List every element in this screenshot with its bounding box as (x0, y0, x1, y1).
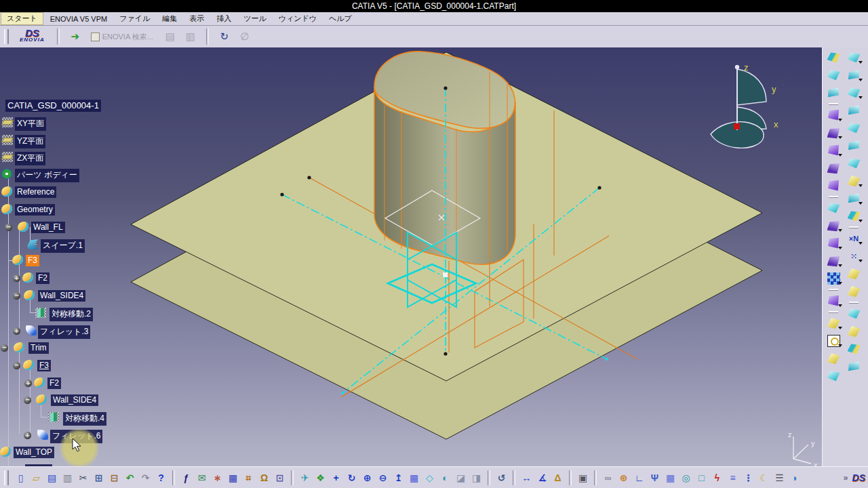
enovia-search-checkbox[interactable] (91, 33, 100, 41)
sphere-icon[interactable] (846, 85, 862, 100)
whats-this-icon[interactable]: ? (154, 470, 168, 485)
normal-view-icon[interactable]: ↥ (391, 470, 406, 485)
specification-tree[interactable]: CATIA_GSD_000004-1 XY平面YZ平面ZX平面パーツ ボディーR… (0, 47, 176, 466)
rotate-icon[interactable]: ↻ (344, 470, 359, 485)
menu-item-4[interactable]: 編集 (157, 13, 182, 24)
save-icon[interactable]: ▤ (45, 470, 59, 485)
menu-item-3[interactable]: ファイル (114, 13, 155, 24)
enovia-transfer-icon[interactable]: ➔ (66, 28, 84, 45)
tree-label[interactable]: スイープ.1 (41, 239, 85, 253)
healing-icon[interactable] (826, 125, 842, 140)
collapse-toggle[interactable]: − (13, 362, 20, 369)
tree-label[interactable]: Reference (15, 186, 56, 198)
multi-view-icon[interactable]: ▦ (407, 470, 421, 485)
layers-icon[interactable]: ≡ (726, 470, 740, 485)
cut-icon[interactable]: ✂ (76, 470, 90, 485)
center-point-marker[interactable] (443, 272, 448, 277)
redo-icon[interactable]: ↷ (138, 470, 153, 485)
design-table-icon[interactable]: ▦ (226, 470, 240, 485)
tree-label[interactable]: 対称移動.2 (50, 308, 93, 321)
toolbar-overflow-chevron[interactable]: » (840, 473, 852, 483)
fit-all-in-icon[interactable]: ❖ (313, 470, 328, 485)
compass-origin[interactable] (734, 123, 740, 129)
tree-label[interactable]: XY平面 (15, 117, 46, 131)
menu-item-1[interactable]: スタート (1, 12, 43, 25)
orientation-icon[interactable] (846, 359, 862, 374)
comment-icon[interactable]: ✉ (195, 470, 209, 485)
collapse-toggle[interactable]: − (1, 344, 8, 352)
tree-label[interactable]: パーツ ボディー (15, 169, 79, 182)
historical-graph-icon[interactable]: Ψ (648, 470, 662, 485)
expand-toggle[interactable]: + (24, 380, 32, 387)
dome-surface-icon[interactable] (826, 68, 842, 83)
sketch-hand-icon[interactable] (846, 266, 862, 281)
split-icon[interactable] (826, 143, 842, 158)
extract-icon[interactable] (826, 201, 842, 216)
capture-icon[interactable]: ▣ (576, 470, 590, 485)
collapse-toggle[interactable]: − (13, 292, 20, 300)
boundary-icon[interactable] (826, 178, 842, 193)
connect-curve-icon[interactable] (846, 174, 862, 188)
sketch-pen-icon[interactable] (846, 284, 862, 299)
menu-item-7[interactable]: ツール (238, 13, 272, 24)
plane-surface-icon[interactable] (826, 85, 842, 100)
axis-system-icon[interactable] (826, 50, 842, 65)
join-icon[interactable] (826, 108, 842, 123)
toolbar-drag-handle[interactable] (4, 470, 9, 485)
isometric-view-icon[interactable]: ◇ (422, 470, 437, 485)
tree-label[interactable]: Wall_SIDE4 (38, 290, 85, 302)
open-document-icon[interactable]: ▱ (29, 470, 43, 485)
copy-icon[interactable]: ⊞ (92, 470, 106, 485)
transform-cluster-icon[interactable] (826, 293, 842, 308)
expand-toggle[interactable]: + (24, 432, 31, 439)
knowledge-icon[interactable]: ∗ (210, 470, 224, 485)
point-pattern-icon[interactable]: ⁙ (846, 249, 862, 264)
collapse-toggle[interactable]: − (5, 224, 12, 231)
shading-mode-icon[interactable]: ◐ (438, 470, 452, 485)
tree-label[interactable]: Wall_FL (31, 222, 65, 233)
relations-icon[interactable]: ⌗ (241, 470, 256, 485)
new-document-icon[interactable]: ▯ (14, 470, 28, 485)
menu-item-9[interactable]: ヘルプ (323, 13, 357, 24)
tree-label[interactable]: F3 (37, 360, 51, 371)
tree-label[interactable]: F2 (47, 378, 61, 389)
synchronize-icon[interactable]: ↻ (216, 28, 233, 45)
develop-icon[interactable] (826, 369, 842, 384)
variable-offset-icon[interactable] (846, 121, 862, 136)
trim-icon[interactable] (826, 161, 842, 176)
tree-label[interactable]: YZ平面 (15, 135, 45, 148)
viewport-3d[interactable]: z y x z y x (0, 47, 823, 466)
frame-circle-icon[interactable] (826, 333, 842, 348)
shape-fillet-icon[interactable] (826, 218, 842, 233)
paste-icon[interactable]: ⊟ (107, 470, 121, 485)
lock-icon[interactable]: Ω (257, 470, 271, 485)
mid-surface-icon[interactable] (846, 138, 862, 153)
expand-toggle[interactable]: + (13, 274, 20, 282)
hide-show-icon[interactable]: ◪ (454, 470, 468, 485)
tree-label[interactable]: ZX平面 (15, 152, 45, 165)
list-icon[interactable]: ☰ (772, 470, 787, 485)
tree-label[interactable]: F3 (26, 255, 39, 266)
catalog-browser-icon[interactable]: ⊛ (616, 470, 631, 485)
undo-icon[interactable]: ↶ (123, 470, 137, 485)
fly-mode-icon[interactable]: ✈ (298, 470, 312, 485)
tree-label[interactable]: 対称移動.4 (63, 412, 106, 426)
sweep-icon[interactable] (846, 209, 862, 224)
tree-label[interactable]: フィレット.3 (38, 325, 90, 339)
revolve-icon[interactable] (846, 68, 862, 83)
measure-item-icon[interactable]: ∡ (535, 470, 549, 485)
bounding-box-icon[interactable]: □ (694, 470, 709, 485)
repeat-object-icon[interactable]: ×N (846, 231, 862, 246)
menu-item-8[interactable]: ウィンドウ (273, 13, 322, 24)
near-icon[interactable] (846, 342, 862, 357)
compass[interactable]: z y x (711, 62, 778, 148)
offset-icon[interactable] (846, 103, 862, 118)
menu-item-5[interactable]: 表示 (184, 13, 210, 24)
invert-orientation-icon[interactable] (846, 324, 862, 339)
swap-space-icon[interactable]: ☾ (757, 470, 771, 485)
pan-icon[interactable]: + (329, 470, 343, 485)
tree-root-label[interactable]: CATIA_GSD_000004-1 (5, 100, 101, 112)
catalog-pages-icon[interactable]: ⊡ (273, 470, 287, 485)
extrude-icon[interactable] (846, 50, 862, 65)
axis-system-bottom-icon[interactable]: ∟ (632, 470, 646, 485)
